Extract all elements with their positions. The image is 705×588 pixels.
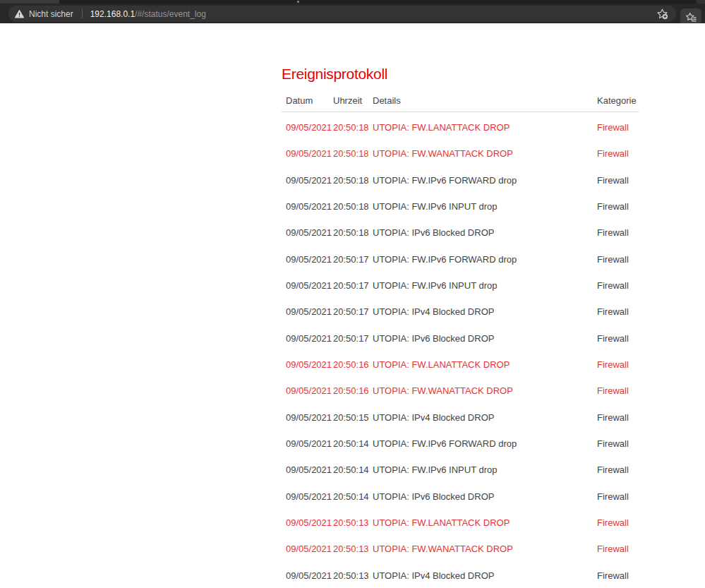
row-details: UTOPIA: FW.LANATTACK DROP [373, 517, 597, 528]
row-category: Firewall [597, 280, 639, 291]
row-time: 20:50:17 [333, 333, 373, 344]
row-time: 20:50:18 [333, 201, 373, 212]
browser-toolbar: Nicht sicher 192.168.0.1/#/status/event_… [0, 4, 705, 23]
table-row: 09/05/2021 20:50:18 UTOPIA: FW.LANATTACK… [282, 114, 639, 140]
row-date: 09/05/2021 [282, 306, 333, 317]
table-row: 09/05/2021 20:50:17 UTOPIA: IPv4 Blocked… [282, 299, 639, 325]
table-header-row: Datum Uhrzeit Details Kategorie [282, 95, 639, 106]
row-time: 20:50:13 [333, 544, 373, 554]
url-path: /#/status/event_log [135, 9, 206, 19]
address-bar[interactable]: Nicht sicher 192.168.0.1/#/status/event_… [8, 6, 676, 22]
favorites-list-icon [685, 11, 697, 23]
row-details: UTOPIA: FW.WANATTACK DROP [373, 148, 597, 159]
table-row: 09/05/2021 20:50:17 UTOPIA: FW.IPv6 FORW… [282, 246, 639, 272]
column-header-details: Details [373, 95, 597, 106]
row-date: 09/05/2021 [282, 359, 333, 370]
table-row: 09/05/2021 20:50:14 UTOPIA: FW.IPv6 FORW… [282, 431, 639, 457]
row-details: UTOPIA: FW.WANATTACK DROP [373, 385, 597, 396]
row-category: Firewall [597, 517, 639, 528]
row-date: 09/05/2021 [282, 385, 333, 396]
table-row: 09/05/2021 20:50:16 UTOPIA: FW.WANATTACK… [282, 378, 639, 404]
row-category: Firewall [597, 175, 639, 186]
row-date: 09/05/2021 [282, 148, 333, 159]
row-time: 20:50:13 [333, 517, 373, 528]
row-category: Firewall [597, 227, 639, 238]
row-category: Firewall [597, 570, 639, 581]
row-date: 09/05/2021 [282, 491, 333, 502]
row-details: UTOPIA: IPv4 Blocked DROP [373, 306, 597, 317]
row-date: 09/05/2021 [282, 175, 333, 186]
row-date: 09/05/2021 [282, 412, 333, 423]
row-date: 09/05/2021 [282, 227, 333, 238]
table-row: 09/05/2021 20:50:17 UTOPIA: FW.IPv6 INPU… [282, 272, 639, 299]
row-time: 20:50:14 [333, 438, 373, 449]
row-category: Firewall [597, 333, 639, 344]
url-text[interactable]: 192.168.0.1/#/status/event_log [90, 9, 206, 19]
row-category: Firewall [597, 359, 639, 370]
row-details: UTOPIA: IPv6 Blocked DROP [373, 491, 597, 502]
row-category: Firewall [597, 254, 639, 265]
row-details: UTOPIA: FW.IPv6 FORWARD drop [373, 254, 597, 265]
page-title: Ereignisprotokoll [282, 66, 387, 83]
row-time: 20:50:15 [333, 412, 373, 423]
row-details: UTOPIA: FW.IPv6 INPUT drop [373, 464, 597, 475]
browser-chrome: Nicht sicher 192.168.0.1/#/status/event_… [0, 0, 705, 23]
table-row: 09/05/2021 20:50:14 UTOPIA: FW.IPv6 INPU… [282, 457, 639, 483]
table-row: 09/05/2021 20:50:16 UTOPIA: FW.LANATTACK… [282, 352, 639, 378]
row-time: 20:50:17 [333, 280, 373, 291]
url-host: 192.168.0.1 [90, 9, 135, 19]
table-row: 09/05/2021 20:50:13 UTOPIA: IPv4 Blocked… [282, 563, 639, 588]
row-details: UTOPIA: FW.IPv6 FORWARD drop [373, 438, 597, 449]
row-time: 20:50:17 [333, 254, 373, 265]
row-time: 20:50:13 [333, 570, 373, 581]
row-date: 09/05/2021 [282, 570, 333, 581]
table-row: 09/05/2021 20:50:13 UTOPIA: FW.WANATTACK… [282, 536, 639, 562]
row-date: 09/05/2021 [282, 333, 333, 344]
row-date: 09/05/2021 [282, 517, 333, 528]
table-row: 09/05/2021 20:50:18 UTOPIA: FW.WANATTACK… [282, 140, 639, 167]
row-details: UTOPIA: FW.IPv6 FORWARD drop [373, 175, 597, 186]
address-separator [82, 9, 83, 18]
row-category: Firewall [597, 306, 639, 317]
table-row: 09/05/2021 20:50:18 UTOPIA: IPv6 Blocked… [282, 220, 639, 246]
row-date: 09/05/2021 [282, 280, 333, 291]
row-time: 20:50:14 [333, 491, 373, 502]
row-date: 09/05/2021 [282, 254, 333, 265]
row-category: Firewall [597, 385, 639, 396]
row-time: 20:50:18 [333, 227, 373, 238]
column-header-date: Datum [282, 95, 333, 106]
row-category: Firewall [597, 122, 639, 133]
row-category: Firewall [597, 544, 639, 554]
row-time: 20:50:18 [333, 175, 373, 186]
row-details: UTOPIA: FW.LANATTACK DROP [373, 359, 597, 370]
table-row: 09/05/2021 20:50:17 UTOPIA: IPv6 Blocked… [282, 325, 639, 352]
row-category: Firewall [597, 464, 639, 475]
row-details: UTOPIA: IPv4 Blocked DROP [373, 412, 597, 423]
row-category: Firewall [597, 148, 639, 159]
event-log-page: Ereignisprotokoll Datum Uhrzeit Details … [0, 23, 705, 588]
warning-triangle-icon[interactable] [15, 10, 24, 18]
row-time: 20:50:14 [333, 464, 373, 475]
row-category: Firewall [597, 201, 639, 212]
security-status-label[interactable]: Nicht sicher [29, 9, 73, 19]
row-time: 20:50:17 [333, 306, 373, 317]
row-details: UTOPIA: FW.IPv6 INPUT drop [373, 201, 597, 212]
table-row: 09/05/2021 20:50:13 UTOPIA: FW.LANATTACK… [282, 510, 639, 536]
row-time: 20:50:16 [333, 359, 373, 370]
row-category: Firewall [597, 412, 639, 423]
column-header-category: Kategorie [597, 95, 639, 106]
row-time: 20:50:16 [333, 385, 373, 396]
event-rows: 09/05/2021 20:50:18 UTOPIA: FW.LANATTACK… [282, 114, 639, 588]
row-time: 20:50:18 [333, 148, 373, 159]
row-category: Firewall [597, 438, 639, 449]
row-date: 09/05/2021 [282, 544, 333, 554]
row-time: 20:50:18 [333, 122, 373, 133]
star-plus-icon[interactable] [656, 7, 669, 20]
row-details: UTOPIA: IPv4 Blocked DROP [373, 570, 597, 581]
row-category: Firewall [597, 491, 639, 502]
row-date: 09/05/2021 [282, 122, 333, 133]
table-row: 09/05/2021 20:50:14 UTOPIA: IPv6 Blocked… [282, 484, 639, 510]
row-details: UTOPIA: FW.LANATTACK DROP [373, 122, 597, 133]
table-row: 09/05/2021 20:50:18 UTOPIA: FW.IPv6 FORW… [282, 167, 639, 193]
row-date: 09/05/2021 [282, 201, 333, 212]
